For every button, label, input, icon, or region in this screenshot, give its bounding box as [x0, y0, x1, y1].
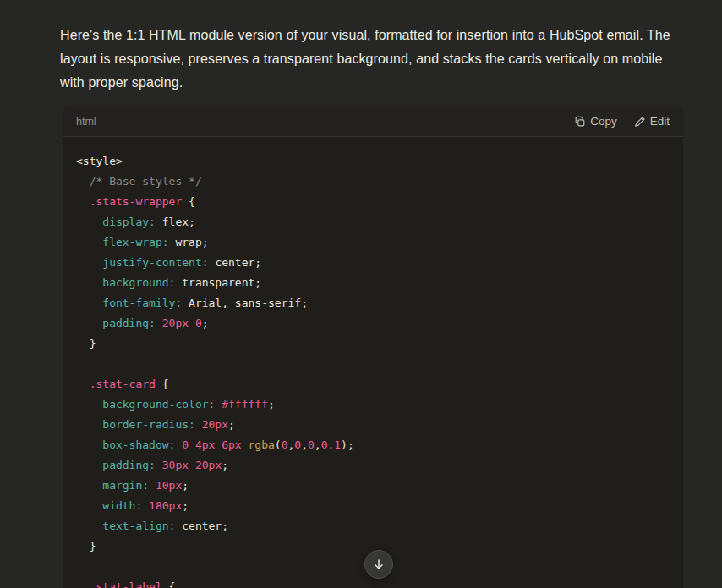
edit-button-label: Edit	[650, 115, 670, 128]
code-line: border-radius: 20px;	[76, 415, 670, 435]
copy-icon	[574, 116, 586, 128]
code-line: text-align: center;	[76, 516, 670, 536]
code-line: .stats-wrapper {	[76, 192, 670, 212]
code-line: box-shadow: 0 4px 6px rgba(0,0,0,0.1);	[76, 435, 670, 455]
code-line: /* Base styles */	[76, 172, 670, 192]
assistant-message: Here's the 1:1 HTML module version of yo…	[0, 24, 722, 588]
code-line: display: flex;	[76, 212, 670, 232]
copy-button[interactable]: Copy	[574, 115, 617, 128]
scroll-to-bottom-button[interactable]	[364, 550, 393, 579]
code-line: padding: 20px 0;	[76, 313, 670, 334]
code-line: font-family: Arial, sans-serif;	[76, 293, 670, 313]
code-language-label: html	[76, 116, 96, 128]
code-content: <style> /* Base styles */ .stats-wrapper…	[63, 137, 683, 588]
code-line: width: 180px;	[76, 496, 670, 516]
assistant-message-text: Here's the 1:1 HTML module version of yo…	[60, 24, 687, 95]
code-line: }	[76, 334, 670, 354]
code-line: background-color: #ffffff;	[76, 395, 670, 415]
code-actions: Copy Edit	[574, 115, 670, 128]
code-line	[76, 354, 670, 374]
code-line: .stat-label {	[76, 577, 670, 588]
code-block: html Copy	[63, 106, 683, 588]
code-line: .stat-card {	[76, 374, 670, 395]
code-line: margin: 10px;	[76, 476, 670, 496]
code-line: <style>	[76, 151, 670, 172]
code-line: background: transparent;	[76, 273, 670, 293]
edit-button[interactable]: Edit	[634, 115, 670, 128]
down-arrow-icon	[372, 558, 386, 571]
code-block-header: html Copy	[63, 106, 683, 137]
code-line: flex-wrap: wrap;	[76, 232, 670, 253]
pencil-icon	[634, 116, 646, 128]
code-line: padding: 30px 20px;	[76, 455, 670, 476]
code-line: justify-content: center;	[76, 253, 670, 273]
copy-button-label: Copy	[590, 115, 617, 128]
